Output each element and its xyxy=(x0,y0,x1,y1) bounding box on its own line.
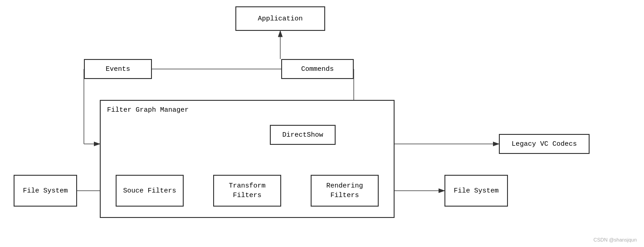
legacy-vc-codecs-box: Legacy VC Codecs xyxy=(499,134,590,154)
application-box: Application xyxy=(235,6,325,31)
watermark: CSDN @shansjqun xyxy=(593,237,637,242)
commends-box: Commends xyxy=(281,59,354,79)
directshow-box: DirectShow xyxy=(270,125,336,145)
file-system-right-box: File System xyxy=(444,175,508,207)
file-system-left-box: File System xyxy=(14,175,77,207)
events-box: Events xyxy=(84,59,152,79)
souce-filters-box: Souce Filters xyxy=(116,175,184,207)
transform-filters-box: Transform Filters xyxy=(213,175,281,207)
rendering-filters-box: Rendering Filters xyxy=(311,175,379,207)
diagram: Application Events Commends Filter Graph… xyxy=(0,0,644,247)
